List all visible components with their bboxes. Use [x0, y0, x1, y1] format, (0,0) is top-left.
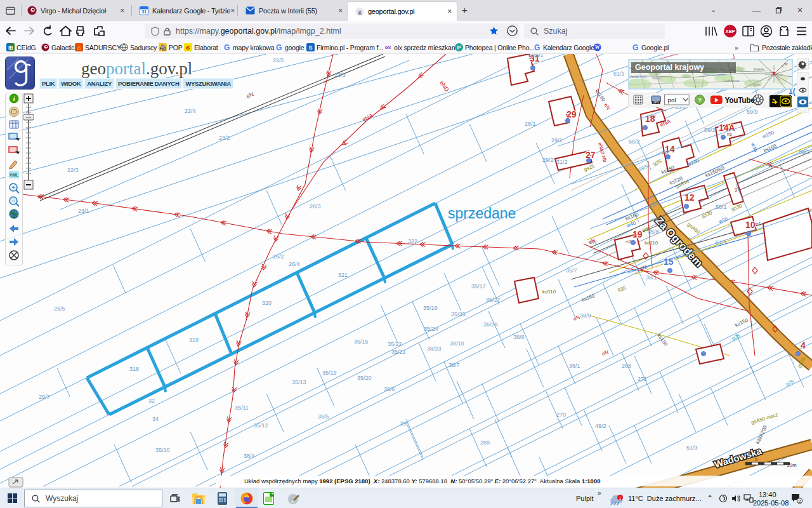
svg-text:321: 321 [338, 272, 348, 278]
svg-text:30m: 30m [787, 462, 797, 468]
svg-text:26/2: 26/2 [273, 253, 284, 260]
svg-text:26/3: 26/3 [310, 203, 321, 210]
svg-text:35/16: 35/16 [423, 305, 438, 311]
svg-text:ks150: ks150 [656, 333, 669, 347]
svg-text:g: g [358, 8, 362, 15]
svg-text:w40: w40 [750, 142, 759, 153]
svg-text:Nowa Huta: Nowa Huta [631, 75, 646, 79]
svg-text:39: 39 [400, 420, 406, 427]
svg-text:269: 269 [480, 439, 490, 446]
svg-text:W: W [595, 44, 600, 50]
svg-text:35/24: 35/24 [424, 326, 438, 332]
svg-text:38/7: 38/7 [449, 362, 460, 368]
svg-text:61/2: 61/2 [528, 54, 540, 60]
svg-text:YouTube: YouTube [725, 96, 756, 105]
svg-text:35/7: 35/7 [566, 267, 577, 274]
svg-text:61/1: 61/1 [613, 70, 625, 77]
svg-text:eN: eN [603, 102, 611, 111]
svg-text:34: 34 [152, 416, 159, 422]
svg-text:pol: pol [667, 97, 676, 104]
svg-text:gsA50-niecz: gsA50-niecz [750, 411, 779, 425]
svg-text:28/1: 28/1 [525, 121, 536, 127]
svg-text:23/1: 23/1 [78, 208, 89, 214]
svg-text:25/5: 25/5 [54, 305, 65, 312]
svg-text:2: 2 [798, 498, 801, 504]
svg-text:38/1: 38/1 [646, 274, 657, 281]
svg-text:GPS: GPS [653, 101, 658, 104]
svg-text:59/2: 59/2 [704, 127, 716, 133]
svg-text:kd110: kd110 [542, 289, 556, 295]
svg-text:eND: eND [438, 79, 450, 93]
svg-text:319: 319 [189, 337, 199, 343]
svg-text:35/19: 35/19 [322, 370, 337, 376]
svg-text:38/8: 38/8 [513, 334, 525, 340]
svg-text:38/5: 38/5 [318, 413, 329, 420]
svg-text:31: 31 [141, 9, 147, 15]
svg-text:22/3: 22/3 [67, 167, 79, 173]
svg-text:35/11: 35/11 [235, 404, 249, 411]
svg-text:270: 270 [556, 411, 566, 418]
svg-text:318: 318 [129, 366, 139, 372]
svg-text:W: W [784, 62, 788, 66]
svg-text:sprzedane: sprzedane [448, 205, 516, 222]
svg-text:29/7: 29/7 [39, 394, 50, 400]
svg-text:58/1: 58/1 [716, 204, 727, 210]
svg-text:31/2: 31/2 [556, 159, 568, 165]
svg-text:1: 1 [619, 496, 622, 500]
svg-text:35/13: 35/13 [292, 379, 306, 385]
svg-text:35/15: 35/15 [354, 338, 369, 345]
svg-text:27: 27 [586, 150, 596, 160]
svg-text:g25: g25 [731, 333, 741, 342]
svg-text:Wawrz...: Wawrz... [652, 76, 664, 80]
svg-text:38/9: 38/9 [580, 312, 591, 319]
svg-text:49/2: 49/2 [595, 423, 606, 429]
svg-text:10: 10 [745, 220, 756, 230]
svg-text:35/28: 35/28 [483, 321, 498, 328]
svg-text:ABP: ABP [726, 29, 735, 34]
svg-text:59/5: 59/5 [638, 163, 649, 173]
svg-text:w50: w50 [717, 216, 729, 225]
svg-text:38/23: 38/23 [427, 345, 442, 352]
svg-text:ks160: ks160 [581, 293, 596, 303]
svg-text:ko150: ko150 [734, 317, 749, 328]
svg-text:23/3: 23/3 [334, 72, 346, 78]
svg-text:14A: 14A [719, 123, 735, 133]
svg-text:pros...: pros... [754, 83, 763, 86]
svg-text:0: 0 [755, 457, 757, 462]
svg-text:+: + [12, 185, 15, 190]
svg-text:268: 268 [622, 363, 631, 369]
svg-text:35/20: 35/20 [357, 375, 372, 381]
svg-text:23/2: 23/2 [219, 135, 230, 141]
svg-text:935: 935 [617, 285, 627, 293]
svg-text:Luborzyca: Luborzyca [724, 79, 739, 83]
svg-text:29/2: 29/2 [542, 157, 554, 163]
svg-text:26/4: 26/4 [289, 261, 300, 267]
svg-text:35/21: 35/21 [391, 349, 406, 355]
svg-text:eNa2-Nb: eNa2-Nb [597, 142, 608, 163]
svg-text:m1: m1 [755, 222, 761, 226]
svg-text:35/27: 35/27 [486, 297, 501, 303]
svg-text:19: 19 [632, 229, 643, 239]
svg-text:38/1: 38/1 [569, 363, 580, 369]
svg-text:38/6: 38/6 [384, 386, 395, 392]
svg-text:322: 322 [408, 238, 417, 244]
svg-text:XML: XML [10, 173, 20, 177]
svg-text:KWA200: KWA200 [755, 424, 769, 445]
svg-text:ks150l50: ks150l50 [704, 165, 726, 178]
svg-text:35/22: 35/22 [388, 341, 402, 347]
svg-text:22/5: 22/5 [273, 57, 284, 64]
svg-text:35/25: 35/25 [451, 311, 466, 318]
svg-text:g25: g25 [652, 158, 662, 167]
svg-text:gsA50: gsA50 [686, 222, 702, 236]
svg-text:eN: eN [246, 91, 255, 100]
svg-text:38/10: 38/10 [450, 340, 464, 347]
svg-text:35/10: 35/10 [155, 447, 170, 453]
svg-text:22/4: 22/4 [185, 108, 196, 114]
svg-text:m2: m2 [625, 239, 632, 244]
svg-text:29: 29 [566, 109, 577, 119]
svg-text:gs30: gs30 [731, 203, 743, 212]
svg-text:12: 12 [684, 192, 695, 203]
svg-text:ks160: ks160 [625, 211, 640, 222]
svg-text:eN: eN [601, 349, 610, 357]
svg-text:Kraków...: Kraków... [754, 67, 767, 71]
